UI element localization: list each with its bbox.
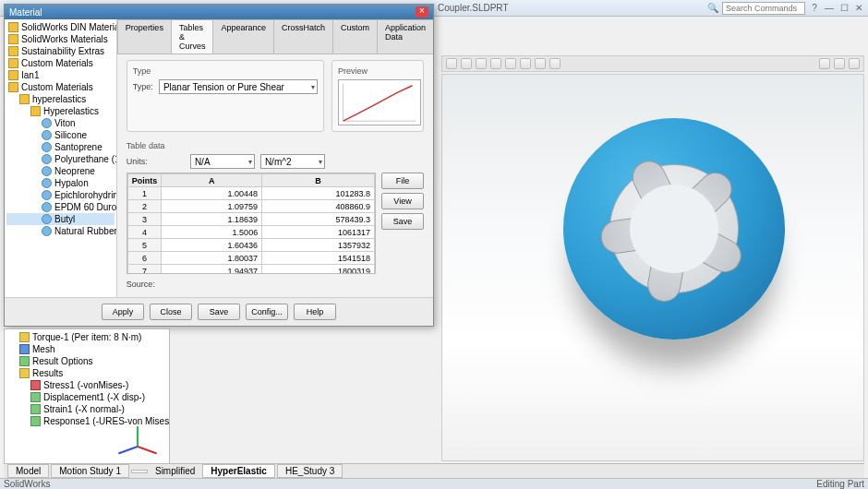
table-row[interactable]: 31.18639578439.3 <box>127 213 374 226</box>
bottom-tab[interactable]: HE_Study 3 <box>277 464 343 478</box>
viewport-3d[interactable] <box>441 74 864 461</box>
close-icon[interactable]: ✕ <box>853 3 864 14</box>
close-button[interactable]: Close <box>150 304 192 320</box>
tool-icon[interactable] <box>819 58 830 69</box>
tab-tables-curves[interactable]: Tables & Curves <box>171 19 214 54</box>
apply-button[interactable]: Apply <box>102 304 144 320</box>
config-button[interactable]: Config... <box>246 304 288 320</box>
tool-icon[interactable] <box>505 58 516 69</box>
tool-icon[interactable] <box>834 58 845 69</box>
cell-b[interactable]: 578439.3 <box>262 213 375 226</box>
tree-item[interactable]: hyperelastics <box>6 93 115 105</box>
tree-item[interactable]: Santoprene <box>6 141 115 153</box>
tool-icon[interactable] <box>490 58 501 69</box>
tool-icon[interactable] <box>849 58 860 69</box>
file-button[interactable]: File <box>381 173 424 189</box>
cell-b[interactable]: 101283.8 <box>262 187 375 200</box>
table-row[interactable]: 41.50061061317 <box>127 226 374 239</box>
cell-b[interactable]: 1800319 <box>262 265 375 275</box>
type-value: Planar Tension or Pure Shear <box>163 82 284 92</box>
tree-item[interactable]: Ian1 <box>6 69 115 81</box>
search-input[interactable] <box>722 2 805 15</box>
table-row[interactable]: 51.604361357932 <box>127 239 374 252</box>
tree-item[interactable]: Custom Materials <box>6 57 115 69</box>
cell-b[interactable]: 1061317 <box>262 226 375 239</box>
feature-item[interactable]: Results <box>6 367 167 379</box>
material-icon <box>42 214 52 224</box>
x-axis <box>138 446 157 454</box>
tree-item[interactable]: Viton <box>6 117 115 129</box>
feature-item[interactable]: Result Options <box>6 355 167 367</box>
cell-b[interactable]: 1357932 <box>262 239 375 252</box>
tree-item[interactable]: Polyurethane (11671) <box>6 153 115 165</box>
tool-icon[interactable] <box>549 58 561 69</box>
feature-label: Mesh <box>32 344 54 354</box>
tool-icon[interactable] <box>461 58 472 69</box>
tree-item[interactable]: Neoprene <box>6 165 115 177</box>
cell-b[interactable]: 1541518 <box>262 252 375 265</box>
table-row[interactable]: 11.00448101283.8 <box>127 187 374 200</box>
search-icon[interactable]: 🔍 <box>707 3 718 14</box>
feature-item[interactable]: Mesh <box>6 343 167 355</box>
dialog-title-text: Material <box>9 7 42 18</box>
feature-item[interactable]: Strain1 (-X normal-) <box>6 403 167 415</box>
tree-item[interactable]: Custom Materials <box>6 81 115 93</box>
tree-item[interactable]: EPDM 60 Durometer <box>6 201 115 213</box>
material-icon <box>42 166 52 176</box>
tree-item[interactable]: SolidWorks Materials <box>6 33 115 45</box>
dialog-close-button[interactable]: × <box>416 6 428 18</box>
units-a-dropdown[interactable]: N/A <box>190 154 255 169</box>
cell-a[interactable]: 1.00448 <box>162 187 262 200</box>
min-icon[interactable]: — <box>824 3 835 14</box>
tool-icon[interactable] <box>535 58 546 69</box>
tool-icon[interactable] <box>446 58 457 69</box>
tree-item[interactable]: SolidWorks DIN Materials <box>6 21 115 33</box>
feature-item[interactable]: Torque-1 (Per item: 8 N·m) <box>6 331 167 343</box>
tree-item[interactable]: Epichlorohydrin <box>6 189 115 201</box>
tab-properties[interactable]: Properties <box>117 19 172 54</box>
bottom-tab[interactable]: HyperElastic <box>202 464 275 478</box>
max-icon[interactable]: ☐ <box>838 3 850 14</box>
cell-a[interactable]: 1.80037 <box>162 252 262 265</box>
cell-a[interactable]: 1.60436 <box>162 239 262 252</box>
table-row[interactable]: 61.800371541518 <box>127 252 374 265</box>
bottom-tab[interactable]: Model <box>7 464 49 478</box>
feature-label: Stress1 (-vonMises-) <box>43 380 128 390</box>
tree-item[interactable]: Butyl <box>6 213 115 225</box>
save-curve-button[interactable]: Save <box>381 213 424 230</box>
cell-a[interactable]: 1.5006 <box>162 226 262 239</box>
cell-a[interactable]: 1.09759 <box>162 200 262 213</box>
tree-item[interactable]: Natural Rubber 50pph Carbon Black <box>6 225 115 237</box>
tab-crosshatch[interactable]: CrossHatch <box>273 19 333 54</box>
dialog-titlebar[interactable]: Material × <box>5 5 433 19</box>
feature-item[interactable]: Displacement1 (-X disp-) <box>6 391 167 403</box>
material-tree[interactable]: SolidWorks DIN MaterialsSolidWorks Mater… <box>5 19 117 297</box>
table-row[interactable]: 21.09759408860.9 <box>127 200 374 213</box>
tree-item[interactable]: Hyperelastics <box>6 105 115 117</box>
table-scroll[interactable]: Points A B 11.00448101283.821.0975940886… <box>127 173 376 274</box>
dialog-button-row: Apply Close Save Config... Help <box>5 297 433 326</box>
cell-b[interactable]: 408860.9 <box>262 200 375 213</box>
bottom-tab[interactable]: Motion Study 1 <box>51 464 129 478</box>
feature-item[interactable]: Stress1 (-vonMises-) <box>6 379 167 391</box>
tool-icon[interactable] <box>476 58 487 69</box>
view-button[interactable]: View <box>381 193 424 209</box>
tab-application-data[interactable]: Application Data <box>377 19 433 54</box>
tool-icon[interactable] <box>520 58 531 69</box>
type-dropdown[interactable]: Planar Tension or Pure Shear <box>159 79 318 94</box>
cell-point: 1 <box>127 187 162 200</box>
bottom-tab[interactable] <box>131 470 148 473</box>
cell-a[interactable]: 1.18639 <box>162 213 262 226</box>
save-button[interactable]: Save <box>198 304 240 320</box>
tab-appearance[interactable]: Appearance <box>212 19 274 54</box>
help-icon[interactable]: ? <box>809 3 820 14</box>
tab-tables-curves: Type Type: Planar Tension or Pure Shear … <box>117 54 433 297</box>
tree-item[interactable]: Silicone <box>6 129 115 141</box>
units-b-dropdown[interactable]: N/m^2 <box>260 154 325 169</box>
tab-custom[interactable]: Custom <box>332 19 378 54</box>
tree-item[interactable]: Hypalon <box>6 177 115 189</box>
table-row[interactable]: 71.949371800319 <box>127 265 374 275</box>
cell-a[interactable]: 1.94937 <box>162 265 262 275</box>
tree-item[interactable]: Sustainability Extras <box>6 45 115 57</box>
help-button[interactable]: Help <box>294 304 336 320</box>
